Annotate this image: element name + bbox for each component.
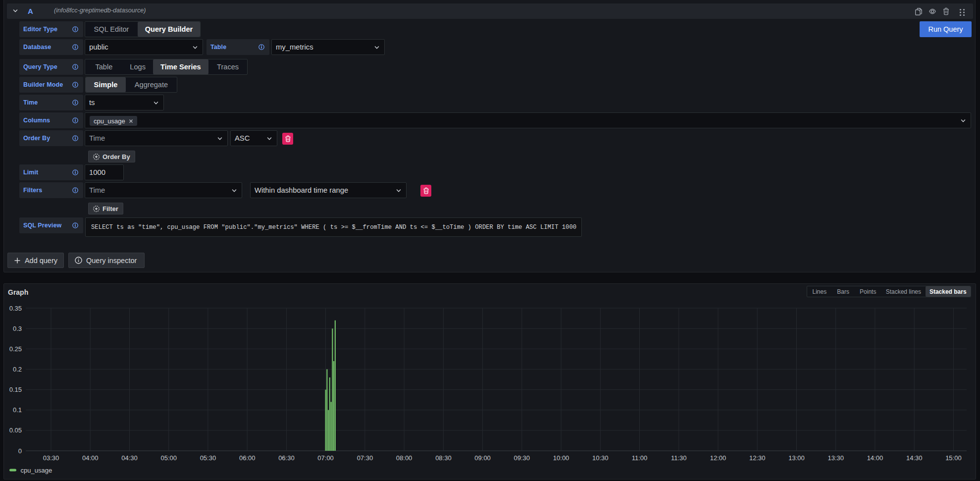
svg-text:13:00: 13:00	[788, 454, 805, 462]
svg-text:0.35: 0.35	[9, 305, 22, 312]
svg-text:cpu_usage: cpu_usage	[21, 467, 52, 474]
svg-text:0.2: 0.2	[13, 366, 22, 373]
svg-text:07:30: 07:30	[357, 454, 373, 462]
svg-text:13:30: 13:30	[827, 454, 844, 462]
svg-text:09:00: 09:00	[474, 454, 491, 462]
svg-text:12:30: 12:30	[749, 454, 766, 462]
svg-text:10:00: 10:00	[553, 454, 569, 462]
svg-text:0.1: 0.1	[13, 406, 22, 414]
svg-text:03:30: 03:30	[43, 454, 59, 462]
svg-text:14:30: 14:30	[906, 454, 923, 462]
svg-text:0.3: 0.3	[13, 325, 22, 332]
svg-text:11:00: 11:00	[632, 454, 648, 462]
svg-text:09:30: 09:30	[514, 454, 530, 462]
svg-text:0.05: 0.05	[9, 427, 22, 434]
svg-text:06:00: 06:00	[239, 454, 256, 462]
svg-text:0: 0	[18, 447, 22, 455]
svg-text:14:00: 14:00	[867, 454, 883, 462]
svg-text:15:00: 15:00	[945, 454, 962, 462]
svg-text:07:00: 07:00	[317, 454, 334, 462]
svg-text:0.15: 0.15	[9, 386, 22, 393]
svg-text:11:30: 11:30	[671, 454, 687, 462]
svg-text:05:30: 05:30	[200, 454, 216, 462]
svg-text:06:30: 06:30	[278, 454, 295, 462]
svg-text:08:00: 08:00	[396, 454, 413, 462]
svg-text:05:00: 05:00	[160, 454, 177, 462]
svg-text:0.25: 0.25	[9, 345, 22, 353]
svg-text:10:30: 10:30	[592, 454, 609, 462]
svg-text:04:00: 04:00	[82, 454, 99, 462]
svg-text:08:30: 08:30	[435, 454, 452, 462]
svg-text:04:30: 04:30	[121, 454, 138, 462]
svg-text:12:00: 12:00	[710, 454, 726, 462]
